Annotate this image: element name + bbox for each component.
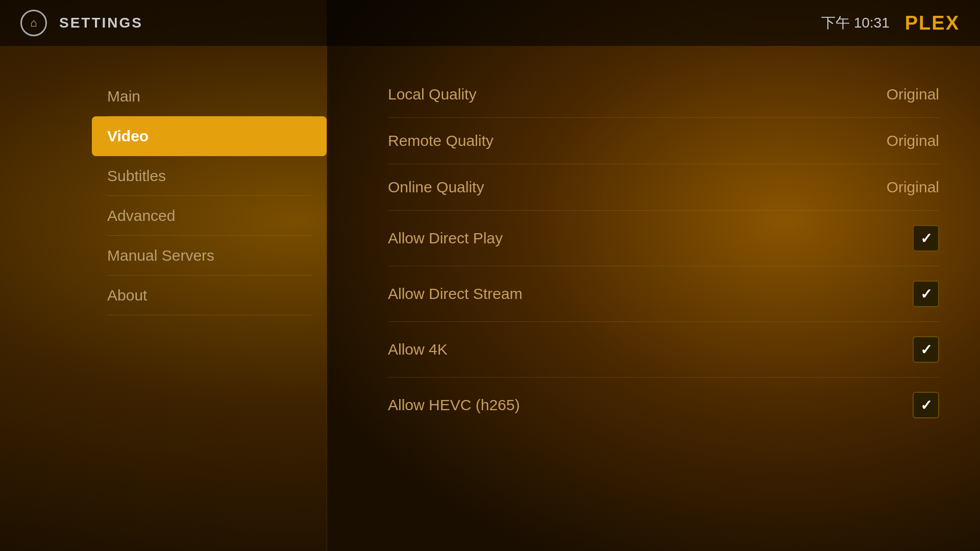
sidebar-item-advanced[interactable]: Advanced bbox=[92, 196, 327, 236]
home-icon[interactable]: ⌂ bbox=[20, 10, 47, 36]
local-quality-value: Original bbox=[887, 86, 939, 103]
header: ⌂ SETTINGS 下午 10:31 PLEX bbox=[0, 0, 980, 46]
allow-direct-play-label: Allow Direct Play bbox=[388, 230, 503, 247]
allow-4k-label: Allow 4K bbox=[388, 341, 448, 358]
sidebar-item-manual-servers[interactable]: Manual Servers bbox=[92, 236, 327, 276]
sidebar: Main Video Subtitles Advanced Manual Ser… bbox=[0, 46, 327, 551]
panel-divider bbox=[327, 46, 327, 551]
online-quality-row[interactable]: Online Quality Original bbox=[388, 164, 939, 211]
allow-direct-play-row[interactable]: Allow Direct Play bbox=[388, 211, 939, 266]
local-quality-row[interactable]: Local Quality Original bbox=[388, 71, 939, 118]
settings-panel: Local Quality Original Remote Quality Or… bbox=[327, 46, 980, 551]
allow-4k-row[interactable]: Allow 4K bbox=[388, 322, 939, 378]
allow-hevc-row[interactable]: Allow HEVC (h265) bbox=[388, 378, 939, 433]
sidebar-item-subtitles[interactable]: Subtitles bbox=[92, 156, 327, 196]
sidebar-item-main[interactable]: Main bbox=[92, 77, 327, 116]
header-right: 下午 10:31 PLEX bbox=[821, 12, 960, 34]
online-quality-value: Original bbox=[887, 179, 939, 196]
remote-quality-value: Original bbox=[887, 132, 939, 149]
allow-hevc-checkbox[interactable] bbox=[913, 392, 939, 418]
local-quality-label: Local Quality bbox=[388, 86, 476, 103]
settings-title: SETTINGS bbox=[59, 15, 143, 31]
sidebar-item-about[interactable]: About bbox=[92, 276, 327, 315]
sidebar-item-video[interactable]: Video bbox=[92, 116, 327, 156]
clock: 下午 10:31 bbox=[821, 13, 890, 33]
allow-4k-checkbox[interactable] bbox=[913, 336, 939, 363]
plex-logo: PLEX bbox=[905, 12, 960, 34]
remote-quality-row[interactable]: Remote Quality Original bbox=[388, 118, 939, 164]
main-content: Main Video Subtitles Advanced Manual Ser… bbox=[0, 46, 980, 551]
remote-quality-label: Remote Quality bbox=[388, 132, 494, 149]
allow-direct-stream-label: Allow Direct Stream bbox=[388, 285, 522, 303]
allow-direct-play-checkbox[interactable] bbox=[913, 225, 939, 252]
allow-direct-stream-checkbox[interactable] bbox=[913, 281, 939, 307]
allow-direct-stream-row[interactable]: Allow Direct Stream bbox=[388, 266, 939, 322]
allow-hevc-label: Allow HEVC (h265) bbox=[388, 396, 520, 414]
online-quality-label: Online Quality bbox=[388, 179, 484, 196]
